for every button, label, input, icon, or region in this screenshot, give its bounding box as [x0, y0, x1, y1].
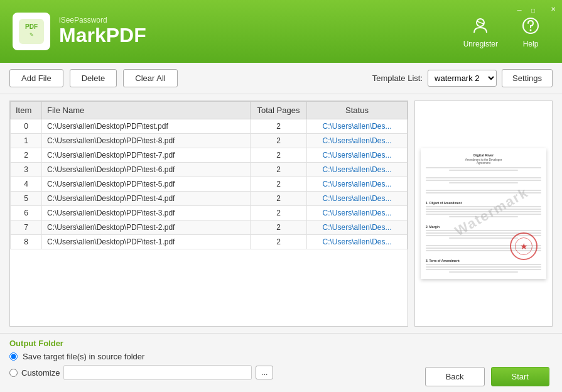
divider — [426, 214, 541, 215]
cell-pages: 2 — [251, 177, 307, 192]
settings-button[interactable]: Settings — [502, 69, 553, 87]
svg-rect-0 — [19, 19, 44, 44]
stamp-overlay: ★ — [510, 232, 538, 260]
file-table-container: Item File Name Total Pages Status 0 C:\U… — [9, 101, 408, 327]
status-link[interactable]: C:\Users\allen\Des... — [322, 237, 391, 246]
save-source-radio[interactable] — [9, 352, 18, 361]
app-logo: PDF ✎ — [13, 13, 50, 50]
divider — [449, 170, 518, 171]
divider — [426, 192, 541, 193]
browse-dots: ... — [261, 368, 267, 377]
cell-filename: C:\Users\allen\Desktop\PDF\test-5.pdf — [42, 177, 251, 192]
stamp-inner: ★ — [515, 237, 532, 255]
status-link[interactable]: C:\Users\allen\Des... — [322, 122, 391, 131]
cell-status: C:\Users\allen\Des... — [307, 235, 408, 249]
file-table: Item File Name Total Pages Status 0 C:\U… — [10, 101, 408, 249]
svg-text:PDF: PDF — [25, 23, 38, 30]
svg-text:✎: ✎ — [30, 32, 34, 38]
status-link[interactable]: C:\Users\allen\Des... — [322, 209, 391, 217]
cell-item: 0 — [11, 119, 42, 134]
divider — [426, 167, 541, 168]
unregister-label: Unregister — [463, 40, 498, 48]
add-file-button[interactable]: Add File — [9, 69, 63, 87]
header-actions: Unregister Help — [456, 0, 549, 63]
customize-radio[interactable] — [9, 369, 18, 377]
cell-filename: C:\Users\allen\Desktop\PDF\test-1.pdf — [42, 235, 251, 249]
file-table-body: 0 C:\Users\allen\Desktop\PDF\test.pdf 2 … — [11, 119, 408, 249]
svg-line-4 — [477, 21, 484, 24]
customize-label: Customize — [21, 368, 60, 378]
status-link[interactable]: C:\Users\allen\Des... — [322, 194, 391, 203]
status-link[interactable]: C:\Users\allen\Des... — [322, 151, 391, 160]
preview-doc-subtitle: Amendment to the DeveloperAgreement — [426, 158, 541, 165]
status-link[interactable]: C:\Users\allen\Des... — [322, 136, 391, 145]
cell-filename: C:\Users\allen\Desktop\PDF\test-8.pdf — [42, 134, 251, 148]
cell-item: 8 — [11, 235, 42, 249]
unregister-button[interactable]: Unregister — [456, 9, 505, 53]
divider — [426, 180, 541, 181]
preview-section-2: 2. Margin — [426, 225, 541, 229]
divider — [449, 216, 518, 217]
help-icon — [519, 14, 542, 37]
cell-filename: C:\Users\allen\Desktop\PDF\test-7.pdf — [42, 148, 251, 163]
cell-status: C:\Users\allen\Des... — [307, 220, 408, 235]
header: PDF ✎ iSeePassword MarkPDF ─ □ ✕ — [0, 0, 562, 63]
preview-panel: Digital River Amendment to the Developer… — [414, 101, 553, 327]
table-row: 2 C:\Users\allen\Desktop\PDF\test-7.pdf … — [11, 148, 408, 163]
table-row: 1 C:\Users\allen\Desktop\PDF\test-8.pdf … — [11, 134, 408, 148]
app-title-block: iSeePassword MarkPDF — [59, 16, 146, 46]
template-list-label: Template List: — [372, 74, 423, 83]
browse-button[interactable]: ... — [256, 366, 273, 379]
divider — [426, 269, 541, 270]
cell-status: C:\Users\allen\Des... — [307, 177, 408, 192]
table-row: 5 C:\Users\allen\Desktop\PDF\test-4.pdf … — [11, 192, 408, 206]
cell-pages: 2 — [251, 134, 307, 148]
cell-status: C:\Users\allen\Des... — [307, 163, 408, 177]
divider — [449, 237, 518, 239]
help-label: Help — [523, 40, 539, 48]
table-row: 8 C:\Users\allen\Desktop\PDF\test-1.pdf … — [11, 235, 408, 249]
cell-filename: C:\Users\allen\Desktop\PDF\test.pdf — [42, 119, 251, 134]
back-button[interactable]: Back — [425, 367, 485, 386]
help-button[interactable]: Help — [512, 9, 549, 53]
table-row: 7 C:\Users\allen\Desktop\PDF\test-2.pdf … — [11, 220, 408, 235]
preview-document: Digital River Amendment to the Developer… — [421, 148, 546, 279]
svg-point-6 — [530, 30, 532, 31]
cell-filename: C:\Users\allen\Desktop\PDF\test-2.pdf — [42, 220, 251, 235]
divider — [426, 206, 541, 207]
divider — [426, 230, 541, 231]
clear-all-button[interactable]: Clear All — [123, 69, 177, 87]
customize-path-input[interactable] — [63, 365, 252, 380]
status-link[interactable]: C:\Users\allen\Des... — [322, 180, 391, 188]
status-link[interactable]: C:\Users\allen\Des... — [322, 223, 391, 232]
divider — [426, 266, 541, 268]
close-button[interactable]: ✕ — [548, 4, 558, 14]
cell-item: 3 — [11, 163, 42, 177]
divider — [426, 190, 541, 191]
stamp-star-icon: ★ — [520, 241, 528, 251]
status-link[interactable]: C:\Users\allen\Des... — [322, 165, 391, 174]
table-row: 3 C:\Users\allen\Desktop\PDF\test-6.pdf … — [11, 163, 408, 177]
cell-item: 7 — [11, 220, 42, 235]
cell-pages: 2 — [251, 220, 307, 235]
cell-status: C:\Users\allen\Des... — [307, 148, 408, 163]
cell-pages: 2 — [251, 148, 307, 163]
cell-filename: C:\Users\allen\Desktop\PDF\test-4.pdf — [42, 192, 251, 206]
delete-button[interactable]: Delete — [70, 69, 117, 87]
bottom-bar: Output Folder Save target file(s) in sou… — [0, 333, 562, 392]
bottom-actions: Back Start — [425, 367, 549, 386]
divider — [426, 209, 541, 210]
template-list-select[interactable]: watermark 1 watermark 2 watermark 3 — [428, 70, 497, 87]
divider — [426, 211, 541, 212]
cell-status: C:\Users\allen\Des... — [307, 119, 408, 134]
col-item: Item — [11, 102, 42, 119]
app-subtitle: iSeePassword — [59, 16, 146, 24]
cell-status: C:\Users\allen\Des... — [307, 134, 408, 148]
start-button[interactable]: Start — [491, 367, 549, 386]
cell-pages: 2 — [251, 192, 307, 206]
toolbar: Add File Delete Clear All Template List:… — [0, 63, 562, 94]
template-section: Template List: watermark 1 watermark 2 w… — [372, 69, 553, 87]
table-row: 4 C:\Users\allen\Desktop\PDF\test-5.pdf … — [11, 177, 408, 192]
preview-section-1: 1. Object of Amendment — [426, 201, 541, 205]
col-status: Status — [307, 102, 408, 119]
